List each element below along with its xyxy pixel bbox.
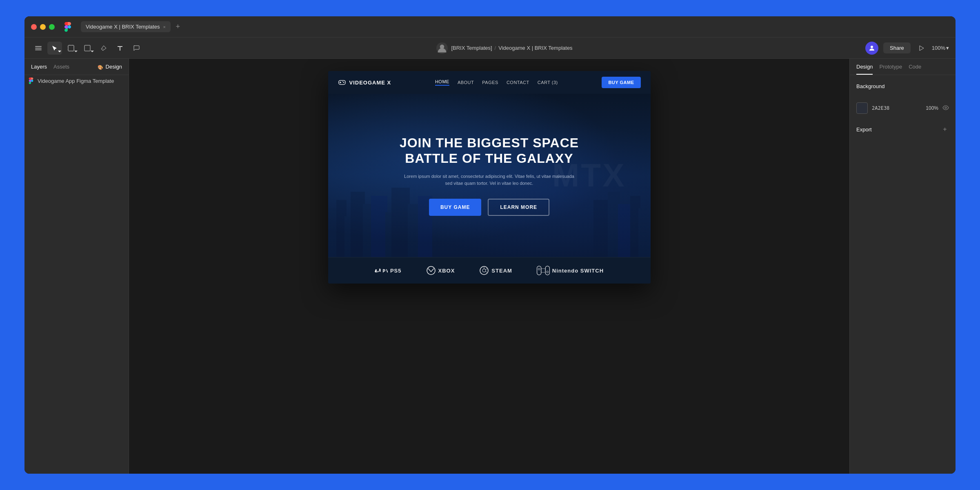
tab-layers[interactable]: Layers — [31, 64, 47, 71]
xbox-icon — [426, 266, 436, 275]
comment-icon — [133, 45, 140, 51]
platform-steam: STEAM — [479, 266, 512, 275]
hamburger-icon — [35, 45, 42, 51]
svg-rect-37 — [537, 266, 541, 275]
background-section-header: Background — [856, 83, 949, 89]
platform-xbox: XBOX — [426, 266, 455, 275]
cursor-icon — [51, 45, 58, 51]
nav-link-pages[interactable]: PAGES — [482, 80, 498, 85]
square-icon — [84, 45, 91, 51]
tab-title: Videogame X | BRIX Templates — [86, 24, 160, 30]
export-section-title: Export — [856, 126, 872, 133]
comment-tool-button[interactable] — [129, 42, 144, 55]
ps5-label: PS5 — [390, 268, 402, 274]
panel-tabs: Layers Assets 🎨 Design — [24, 59, 129, 75]
svg-marker-15 — [920, 46, 924, 51]
breadcrumb-file: Videogame X | BRIX Templates — [498, 45, 572, 51]
svg-point-36 — [482, 269, 486, 272]
right-panel-tabs: Design Prototype Code — [850, 59, 956, 75]
select-tool-button[interactable] — [47, 42, 62, 55]
hero-learn-more-button[interactable]: LEARN MORE — [488, 199, 549, 216]
svg-point-17 — [343, 82, 344, 83]
eye-icon — [942, 104, 949, 111]
svg-rect-12 — [84, 45, 90, 51]
svg-point-41 — [547, 271, 549, 273]
right-tab-design[interactable]: Design — [856, 64, 873, 75]
svg-rect-39 — [541, 268, 545, 272]
steam-label: STEAM — [491, 268, 512, 274]
color-hex-value[interactable]: 2A2E38 — [872, 105, 889, 111]
nav-link-home[interactable]: HOME — [435, 79, 449, 86]
gamepad-icon — [338, 78, 346, 86]
site-navbar: VIDEOGAME X HOME ABOUT PAGES CONTACT CAR… — [328, 71, 651, 94]
site-logo: VIDEOGAME X — [338, 78, 391, 86]
platform-nintendo: Nintendo SWITCH — [537, 266, 604, 275]
color-opacity-value[interactable]: 100% — [926, 105, 938, 111]
svg-rect-0 — [35, 46, 42, 47]
toolbar-center: [BRIX Templates] / Videogame X | BRIX Te… — [145, 42, 864, 54]
zoom-value: 100% — [932, 45, 945, 51]
nav-link-cart[interactable]: CART (3) — [538, 80, 558, 85]
chevron-down-frame-icon — [74, 51, 78, 54]
nintendo-label: Nintendo SWITCH — [552, 268, 604, 274]
hero-content: JOIN THE BIGGEST SPACE BATTLE OF THE GAL… — [400, 135, 579, 216]
tab-assets[interactable]: Assets — [53, 64, 69, 71]
hero-buy-game-button[interactable]: BUY GAME — [429, 199, 481, 216]
frame-tool-button[interactable] — [64, 42, 78, 55]
chevron-down-small-icon — [58, 51, 61, 54]
layer-item[interactable]: Videogame App Figma Template — [24, 75, 129, 86]
new-tab-button[interactable]: + — [172, 21, 184, 33]
xbox-label: XBOX — [438, 268, 455, 274]
nintendo-switch-icon — [537, 266, 550, 275]
breadcrumb-sep: / — [495, 45, 496, 51]
color-swatch[interactable] — [856, 102, 868, 114]
user-profile-icon[interactable] — [436, 42, 448, 54]
design-tab-area: 🎨 Design — [98, 64, 122, 71]
share-button[interactable]: Share — [883, 42, 911, 53]
canvas-area[interactable]: VIDEOGAME X HOME ABOUT PAGES CONTACT CAR… — [129, 59, 849, 474]
close-button[interactable] — [31, 24, 37, 30]
zoom-control[interactable]: 100% ▾ — [932, 45, 949, 51]
avatar-icon — [869, 45, 875, 51]
svg-rect-24 — [371, 196, 387, 257]
site-nav-links: HOME ABOUT PAGES CONTACT CART (3) — [435, 79, 558, 86]
traffic-lights — [31, 24, 55, 30]
nav-link-contact[interactable]: CONTACT — [507, 80, 529, 85]
tab-close-icon[interactable]: × — [163, 24, 165, 29]
shape-tool-button[interactable] — [80, 42, 95, 55]
site-logo-text: VIDEOGAME X — [349, 80, 391, 86]
app-window: Videogame X | BRIX Templates × + — [24, 16, 956, 474]
toolbar-right: Share 100% ▾ — [865, 42, 949, 55]
nav-buy-game-button[interactable]: BUY GAME — [602, 77, 640, 88]
figma-layer-icon — [28, 78, 34, 84]
svg-rect-38 — [545, 266, 549, 275]
site-platforms: PS5 XBOX — [328, 257, 651, 284]
toolbar: [BRIX Templates] / Videogame X | BRIX Te… — [24, 38, 956, 59]
play-button[interactable] — [916, 42, 927, 54]
svg-point-14 — [871, 46, 873, 48]
frame-icon — [68, 45, 74, 51]
svg-point-34 — [427, 266, 435, 275]
pen-tool-button[interactable] — [96, 42, 111, 55]
profile-circle-icon — [436, 42, 448, 54]
svg-rect-3 — [68, 45, 74, 51]
nav-link-about[interactable]: ABOUT — [458, 80, 474, 85]
user-avatar[interactable] — [865, 42, 878, 55]
svg-point-18 — [342, 81, 343, 82]
background-color-row: 2A2E38 100% — [856, 102, 949, 114]
layer-item-label: Videogame App Figma Template — [38, 78, 114, 84]
visibility-toggle-icon[interactable] — [942, 104, 949, 112]
right-panel: Design Prototype Code Background 2A2E38 … — [849, 59, 956, 474]
export-add-button[interactable]: + — [941, 125, 949, 133]
svg-rect-31 — [618, 204, 632, 257]
minimize-button[interactable] — [40, 24, 46, 30]
right-tab-prototype[interactable]: Prototype — [879, 64, 902, 75]
right-tab-code[interactable]: Code — [909, 64, 921, 75]
svg-rect-29 — [593, 200, 610, 257]
menu-button[interactable] — [31, 42, 46, 55]
maximize-button[interactable] — [49, 24, 55, 30]
text-tool-button[interactable] — [113, 42, 127, 55]
export-section-header: Export + — [856, 125, 949, 133]
active-tab[interactable]: Videogame X | BRIX Templates × — [81, 21, 171, 32]
tab-design[interactable]: Design — [106, 64, 122, 71]
